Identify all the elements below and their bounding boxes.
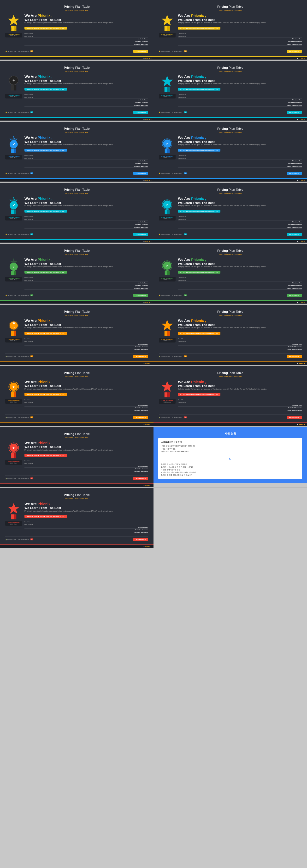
price-sub-2: 5000 Users [160,35,174,36]
fi-hosting-2: Free Hosting [178,35,302,38]
pro-btn-3[interactable]: Professional [133,111,148,114]
footer-left-1: 🔒 Security Code UI Development UI [5,51,33,52]
panel-wrapper-2: Pricing Plan Table Insert Your Great Sub… [154,0,307,60]
svg-rect-32 [14,210,16,214]
brand-name-1: PHENIX [145,57,151,59]
svg-rect-11 [14,85,16,90]
price-box-2: 20000 Bandwidth 5000 Users [159,33,176,37]
panel-content-3: ✦ 20000 Bandwidth 5000 Users We Are Phie… [5,75,148,106]
svg-rect-54 [11,331,14,336]
svg-rect-14 [167,87,170,92]
badge-area-3: ✦ 20000 Bandwidth 5000 Users [5,75,22,98]
info-panel-title: 지원 현황 [225,432,236,435]
svg-rect-26 [167,149,170,153]
info-area-1: We Are Phienix , We Learn From The Best … [25,14,148,45]
badge-icon-7: ✓ [6,197,21,215]
feature-bandwidth-1: 10000 MB Bandwidth [25,43,148,45]
svg-text:1st: 1st [12,326,15,328]
svg-marker-12 [162,76,173,87]
footer-left-2: 🔒 Security Code UI Development UI [159,51,186,52]
brand-footer-1: ❧ PHENIX [0,57,154,60]
panel-title-3: Pricing Plan Table [5,65,148,70]
price-box-1: 20000 Bandwidth 5000 Users [5,33,22,37]
badge-area-1: 20000 Bandwidth 5000 Users [5,14,22,37]
feature-email-1: Email Server [25,32,148,35]
svg-rect-49 [167,271,170,276]
svg-text:✦: ✦ [12,78,15,83]
svg-rect-67 [167,392,170,397]
svg-text:✓: ✓ [12,204,15,208]
panel-4: Pricing Plan Table Insert Your Great Sub… [154,61,307,117]
svg-marker-65 [162,381,173,392]
pricing-text-2: Pricing Plan Table [217,5,243,8]
badge-icon-13: ★ [6,380,21,398]
panel-wrapper-1: Pricing Plan Table Insert Your Great Sub… [0,0,154,60]
svg-text:✓: ✓ [12,265,15,269]
panel-wrapper-20: 지원 현황 스케일업 지원 사업 안내 - 지원 규모: 총 00억원 (기업당… [154,427,307,487]
cta-btn-2[interactable]: It's trying to make You look good and aw… [178,27,220,30]
badge-icon-6: ✓ [160,136,174,154]
svg-marker-74 [8,503,20,514]
svg-rect-73 [14,453,16,458]
fi-email-2: Email Server [178,32,302,35]
pro-btn-2[interactable]: Professional [287,50,302,53]
panel-title-1: Pricing Plan Table [5,4,148,9]
svg-rect-64 [14,392,16,397]
brand-icon-2: ❧ [297,57,298,59]
brand-icon-1: ❧ [143,57,145,59]
pro-btn-1[interactable]: Professional [133,50,148,53]
badge-icon-14 [160,380,174,398]
badge-icon-8: ✓ [160,197,174,215]
badge-icon-3: ✦ [6,75,21,93]
features-list-2: Email Server Free Hosting Unlimited User… [178,32,302,45]
svg-rect-55 [14,331,16,336]
features-list-1: Email Server Free Hosting Unlimited User… [25,32,148,45]
feature-user-1: Unlimited User [25,38,148,40]
ui-dev-badge-2: UI [184,51,186,52]
info-title-1: We Are Phienix , We Learn From The Best [25,14,148,22]
fi-user-2: Unlimited User [178,38,302,40]
cta-btn-1[interactable]: It's trying to make You look good and aw… [25,27,67,30]
badge-icon-9: ✓ [6,258,21,276]
panel-footer-2: 🔒 Security Code UI Development UI Profes… [159,48,302,53]
badge-icon-2 [160,14,174,32]
svg-rect-75 [11,514,14,519]
info-panel-white: 지원 현황 스케일업 지원 사업 안내 - 지원 규모: 총 00억원 (기업당… [154,427,307,483]
svg-rect-10 [11,85,14,90]
panel-wrapper-4: Pricing Plan Table Insert Your Great Sub… [154,61,307,121]
info-title-2: We Are Phienix , We Learn From The Best [178,14,302,22]
svg-text:✓: ✓ [166,142,169,146]
svg-rect-25 [165,149,167,153]
badge-icon-11: ★ 1st [6,319,21,337]
panel-subtitle-2: Insert Your Great Subtitle Here [159,10,302,11]
fi-bw-2: 10000 MB Bandwidth [178,43,302,45]
info-panel-body: 스케일업 지원 사업 안내 - 지원 규모: 총 00억원 (기업당 최대 00… [158,438,302,479]
svg-rect-42 [11,271,14,276]
cta-btn-3[interactable]: It's trying to make You look good and aw… [25,88,67,91]
panel-footer-1: 🔒 Security Code UI Development UI Profes… [5,48,148,53]
price-sub-1: 5000 Users [7,35,21,36]
info-body-2: It's trying to make You look good and aw… [178,22,302,24]
pricing-text: Pricing Plan Table [64,5,90,8]
svg-text:✓: ✓ [12,142,15,146]
svg-rect-66 [165,392,167,397]
panel-wrapper-3: Pricing Plan Table Insert Your Great Sub… [0,61,154,121]
svg-rect-31 [11,210,14,214]
svg-rect-63 [11,392,14,397]
info-area-3: We Are Phienix , We Learn From The Best … [25,75,148,106]
badge-icon-10: ✓ [160,258,174,276]
price-box-3: 20000 Bandwidth 5000 Users [5,94,22,98]
feature-accounts-1: Unlimited Accounts [25,40,148,43]
svg-text:✓: ✓ [166,264,169,268]
panel-content-1: 20000 Bandwidth 5000 Users We Are Phieni… [5,14,148,45]
badge-area-2: 20000 Bandwidth 5000 Users [159,14,176,37]
badge-icon-19: ★ [6,441,21,459]
panel-title-2: Pricing Plan Table [159,4,302,9]
svg-rect-37 [165,210,167,215]
svg-rect-19 [11,149,14,153]
svg-text:★: ★ [12,321,15,325]
svg-rect-57 [165,331,167,336]
svg-text:★: ★ [12,446,15,450]
badge-icon-5: ✓ [6,136,21,154]
main-grid: Pricing Plan Table Insert Your Great Sub… [0,0,307,548]
